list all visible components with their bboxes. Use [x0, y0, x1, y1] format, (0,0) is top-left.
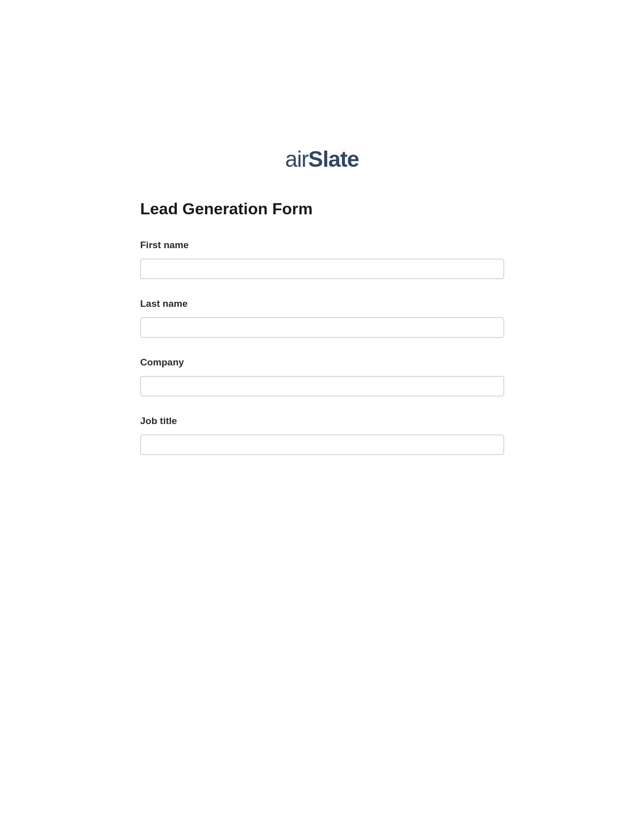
form-group-last-name: Last name	[140, 298, 504, 338]
logo-part1: air	[285, 147, 308, 171]
form-container: airSlate Lead Generation Form First name…	[140, 0, 504, 455]
form-group-first-name: First name	[140, 240, 504, 279]
last-name-label: Last name	[140, 298, 504, 309]
logo-part2: Slate	[308, 147, 359, 171]
logo-text: airSlate	[285, 147, 359, 171]
company-label: Company	[140, 357, 504, 368]
form-group-company: Company	[140, 357, 504, 396]
last-name-input[interactable]	[140, 317, 504, 338]
form-title: Lead Generation Form	[140, 200, 504, 218]
company-input[interactable]	[140, 376, 504, 396]
first-name-input[interactable]	[140, 259, 504, 279]
form-group-job-title: Job title	[140, 415, 504, 455]
first-name-label: First name	[140, 240, 504, 251]
job-title-label: Job title	[140, 415, 504, 427]
job-title-input[interactable]	[140, 435, 504, 455]
logo: airSlate	[140, 147, 504, 172]
